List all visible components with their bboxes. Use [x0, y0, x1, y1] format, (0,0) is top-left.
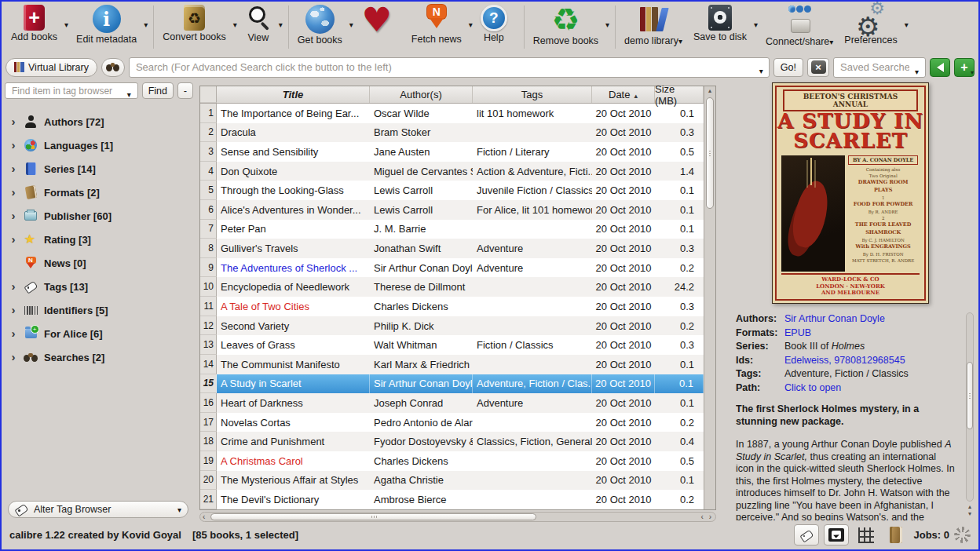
column-header-authors[interactable]: Author(s) — [370, 86, 473, 103]
sidebar-item-series[interactable]: Series [14] — [2, 157, 198, 181]
expand-arrow-icon[interactable] — [9, 303, 17, 317]
book-row[interactable]: 14The Communist ManifestoKarl Marx & Fri… — [200, 355, 704, 374]
book-row[interactable]: 4Don QuixoteMiguel de Cervantes Saa...Ac… — [200, 162, 704, 181]
jobs-label[interactable]: Jobs: 0 — [913, 529, 949, 541]
expand-arrow-icon[interactable] — [9, 279, 17, 294]
book-row[interactable]: 2DraculaBram Stoker20 Oct 20100.3 — [200, 123, 704, 143]
go-button[interactable]: Go! — [773, 58, 803, 77]
search-history-caret-icon[interactable] — [759, 64, 763, 76]
dropdown-caret-icon[interactable] — [64, 17, 68, 30]
find-item-input[interactable] — [5, 84, 137, 99]
book-row[interactable]: 7Peter PanJ. M. Barrie20 Oct 20100.1 — [200, 220, 704, 239]
toolbar-connect-share-button[interactable]: Connect/share — [761, 4, 838, 47]
find-item-caret-icon[interactable] — [127, 87, 131, 100]
saved-searches-combo[interactable] — [833, 57, 926, 78]
copy-search-to-saved-button[interactable] — [930, 58, 950, 77]
details-scroll-steppers[interactable]: ▴▾ — [966, 503, 974, 517]
expand-arrow-icon[interactable] — [9, 350, 17, 364]
dropdown-caret-icon[interactable] — [279, 17, 283, 30]
book-row[interactable]: 9The Adventures of Sherlock ...Sir Arthu… — [200, 258, 704, 278]
expand-arrow-icon[interactable] — [9, 209, 17, 223]
toolbar-add-books-button[interactable]: Add books — [6, 4, 70, 42]
save-search-button[interactable] — [954, 58, 975, 77]
scroll-up-icon[interactable]: ▴ — [704, 87, 715, 94]
sidebar-item-news[interactable]: News [0] — [2, 251, 198, 275]
clear-search-button[interactable] — [807, 58, 829, 77]
dropdown-caret-icon[interactable] — [754, 17, 758, 30]
toggle-cover-browser-button[interactable] — [824, 524, 849, 546]
toolbar-remove-books-button[interactable]: Remove books — [528, 4, 611, 46]
column-header-size[interactable]: Size (MB) — [655, 86, 704, 103]
expand-arrow-icon[interactable] — [9, 232, 17, 246]
book-row[interactable]: 3Sense and SensibilityJane AustenFiction… — [200, 142, 704, 162]
toggle-book-details-button[interactable] — [883, 524, 909, 546]
toolbar-save-to-disk-button[interactable]: Save to disk — [689, 4, 759, 42]
toggle-grid-view-button[interactable] — [854, 524, 879, 546]
toolbar-help-button[interactable]: Help — [476, 4, 520, 43]
jobs-spinner-icon[interactable] — [954, 527, 971, 543]
dropdown-caret-icon[interactable] — [233, 17, 237, 30]
expand-arrow-icon[interactable] — [9, 185, 17, 199]
book-row[interactable]: 8Gulliver's TravelsJonathan SwiftAdventu… — [200, 239, 704, 258]
horizontal-scroll-thumb[interactable] — [210, 513, 536, 520]
toolbar-preferences-button[interactable]: Preferences — [839, 4, 909, 46]
toolbar-edit-metadata-button[interactable]: Edit metadata — [71, 4, 149, 45]
dropdown-caret-icon[interactable] — [605, 17, 609, 30]
expand-arrow-icon[interactable] — [9, 162, 17, 176]
dropdown-caret-icon[interactable] — [469, 17, 473, 30]
toolbar-library-button[interactable]: demo library — [620, 4, 687, 46]
sidebar-item-authors[interactable]: Authors [72] — [2, 110, 198, 133]
dropdown-caret-icon[interactable] — [905, 17, 909, 30]
expand-arrow-icon[interactable] — [9, 138, 17, 152]
sidebar-item-formats[interactable]: Formats [2] — [2, 181, 198, 204]
book-row[interactable]: 16Heart of DarknessJoseph ConradAdventur… — [200, 393, 704, 413]
sidebar-item-for-alice[interactable]: For Alice [6] — [2, 322, 198, 345]
dropdown-caret-icon[interactable] — [829, 35, 833, 47]
sidebar-item-identifiers[interactable]: Identifiers [5] — [2, 298, 198, 322]
formats-link[interactable]: EPUB — [784, 327, 811, 341]
collapse-all-button[interactable]: - — [177, 82, 193, 99]
book-row[interactable]: 15A Study in ScarletSir Arthur Conan Doy… — [200, 374, 704, 394]
vertical-scroll-thumb[interactable] — [706, 97, 714, 209]
expand-arrow-icon[interactable] — [9, 327, 17, 341]
dropdown-caret-icon[interactable] — [349, 17, 353, 30]
sidebar-item-tags[interactable]: Tags [13] — [2, 275, 198, 298]
expand-arrow-icon[interactable] — [9, 115, 17, 129]
ids-links[interactable]: Edelweiss, 9780812968545 — [784, 354, 905, 368]
book-row[interactable]: 19A Christmas CarolCharles Dickens20 Oct… — [200, 451, 704, 471]
book-row[interactable]: 1The Importance of Being Ear...Oscar Wil… — [200, 104, 704, 123]
book-row[interactable]: 12Second VarietyPhilip K. Dick20 Oct 201… — [200, 316, 704, 336]
sidebar-item-searches[interactable]: Searches [2] — [2, 345, 198, 369]
path-link[interactable]: Click to open — [784, 381, 841, 396]
book-cover[interactable]: BEETON'S CHRISTMAS ANNUAL A STUDY IN SCA… — [772, 82, 929, 304]
toolbar-get-books-button[interactable]: Get books — [293, 4, 355, 46]
authors-link[interactable]: Sir Arthur Conan Doyle — [784, 312, 885, 327]
alter-tag-browser-button[interactable]: Alter Tag Browser — [8, 501, 188, 518]
book-row[interactable]: 13Leaves of GrassWalt WhitmanFiction / C… — [200, 335, 704, 355]
book-row[interactable]: 21The Devil's DictionaryAmbrose Bierce20… — [200, 490, 704, 509]
book-row[interactable]: 11A Tale of Two CitiesCharles Dickens20 … — [200, 297, 704, 316]
book-row[interactable]: 6Alice's Adventures in Wonder...Lewis Ca… — [200, 200, 704, 220]
toolbar-view-button[interactable]: View — [240, 4, 284, 43]
saved-searches-caret-icon[interactable] — [915, 64, 919, 77]
column-header-date[interactable]: Date — [592, 86, 655, 103]
toolbar-fetch-news-button[interactable]: Fetch news — [407, 4, 474, 45]
book-list-vertical-scrollbar[interactable]: ▴ — [704, 86, 715, 509]
dropdown-caret-icon[interactable] — [678, 34, 682, 46]
search-input[interactable] — [129, 57, 770, 78]
book-row[interactable]: 20The Mysterious Affair at StylesAgatha … — [200, 471, 704, 491]
details-scroll-thumb[interactable] — [967, 362, 973, 429]
advanced-search-button[interactable] — [101, 58, 125, 77]
book-row[interactable]: 10Encyclopedia of NeedleworkTherese de D… — [200, 277, 704, 297]
sidebar-item-rating[interactable]: Rating [3] — [2, 228, 198, 251]
toggle-tag-browser-button[interactable] — [794, 524, 819, 546]
saved-searches-input[interactable] — [834, 58, 925, 77]
virtual-library-button[interactable]: Virtual Library — [5, 58, 97, 77]
toolbar-convert-books-button[interactable]: Convert books — [158, 4, 239, 42]
book-row[interactable]: 18Crime and PunishmentFyodor Dostoyevsky… — [200, 432, 704, 451]
sidebar-item-languages[interactable]: Languages [1] — [2, 133, 198, 157]
dropdown-caret-icon[interactable] — [144, 17, 148, 30]
book-row[interactable]: 17Novelas CortasPedro Antonio de Alarcón… — [200, 413, 704, 432]
save-search-caret-icon[interactable] — [971, 67, 974, 77]
details-vertical-scrollbar[interactable] — [966, 312, 974, 502]
